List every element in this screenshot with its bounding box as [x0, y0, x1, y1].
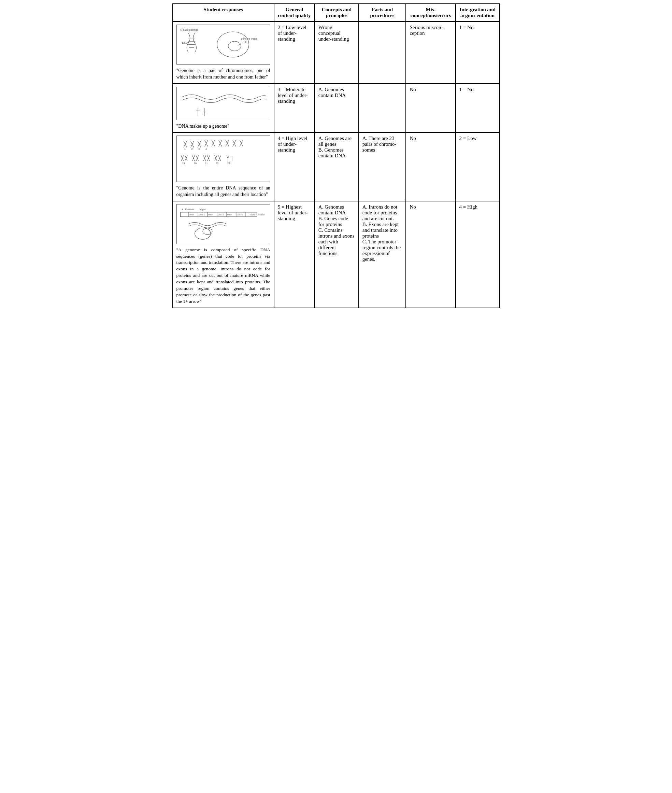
student-quote-2: "DNA makes up a genome": [176, 123, 270, 130]
header-general: General content quality: [274, 4, 315, 21]
table-row: 1 2 3 4: [173, 133, 500, 201]
svg-text:23: 23: [227, 162, 230, 165]
general-cell-2: 3 = Moderate level of under-standing: [274, 83, 315, 133]
svg-text:Gene 1: Gene 1: [198, 214, 205, 216]
svg-text:1: 1: [184, 148, 185, 151]
svg-text:genome inside: genome inside: [241, 37, 257, 40]
main-table: Student responses General content qualit…: [172, 3, 500, 308]
student-quote-3: "Genome is the entire DNA sequence of an…: [176, 185, 270, 198]
svg-point-5: [217, 32, 249, 57]
svg-text:Intron: Intron: [189, 214, 194, 216]
general-value-1: 2 = Low level of under-standing: [278, 24, 307, 42]
svg-text:3: 3: [198, 148, 199, 151]
student-drawing-4: 1+ Promoter region In: [176, 204, 270, 244]
student-drawing-3: 1 2 3 4: [176, 136, 270, 182]
header-misconceptions: Mis-conceptions/errors: [406, 4, 455, 21]
svg-point-80: [195, 228, 211, 240]
svg-text:N base pairings: N base pairings: [180, 28, 198, 31]
misconceptions-cell-2: No: [406, 83, 455, 133]
student-cell-4: 1+ Promoter region In: [173, 201, 274, 308]
integration-cell-2: 1 = No: [456, 83, 500, 133]
svg-text:DNA: DNA: [182, 41, 188, 44]
header-student: Student responses: [173, 4, 274, 21]
concepts-value-1: Wrong conceptual under-standing: [318, 24, 349, 42]
svg-line-57: [227, 155, 228, 159]
svg-text:region: region: [199, 208, 205, 211]
misconceptions-cell-3: No: [406, 133, 455, 201]
general-cell-3: 4 = High level of under-standing: [274, 133, 315, 201]
svg-text:21: 21: [205, 162, 208, 165]
table-row: 1+ Promoter region In: [173, 201, 500, 308]
general-value-2: 3 = Moderate level of under-standing: [278, 87, 308, 104]
header-concepts: Concepts and principles: [315, 4, 359, 21]
header-integration: Inte-gration and argum-entation: [456, 4, 500, 21]
misconceptions-value-1: Serious miscon-ception: [410, 24, 443, 36]
svg-text:cell: cell: [242, 41, 246, 44]
misconceptions-value-3: No: [410, 136, 416, 141]
student-cell-2: "DNA makes up a genome": [173, 83, 274, 133]
misconceptions-cell-1: Serious miscon-ception: [406, 21, 455, 83]
student-quote-4: "A genome is composed of specific DNA se…: [176, 247, 270, 305]
concepts-cell-4: A. Genomes contain DNAB. Genes code for …: [315, 201, 359, 308]
drawing-svg-3: 1 2 3 4: [179, 138, 268, 179]
misconceptions-value-4: No: [410, 204, 416, 210]
facts-cell-3: A. There are 23 pairs of chromo-somes: [359, 133, 406, 201]
concepts-cell-3: A. Genomes are all genesB. Genomes conta…: [315, 133, 359, 201]
general-cell-1: 2 = Low level of under-standing: [274, 21, 315, 83]
facts-cell-4: A. Introns do not code for proteins and …: [359, 201, 406, 308]
facts-cell-1: [359, 21, 406, 83]
integration-cell-4: 4 = High: [456, 201, 500, 308]
general-value-3: 4 = High level of under-standing: [278, 136, 307, 152]
svg-text:22: 22: [216, 162, 218, 165]
svg-text:Intron: Intron: [208, 214, 213, 216]
integration-value-2: 1 = No: [459, 87, 474, 92]
integration-value-4: 4 = High: [459, 204, 477, 210]
facts-cell-2: [359, 83, 406, 133]
concepts-cell-2: A. Genomes contain DNA: [315, 83, 359, 133]
svg-text:Intron: Intron: [227, 214, 232, 216]
drawing-svg-4: 1+ Promoter region In: [179, 207, 268, 242]
svg-text:20: 20: [194, 162, 196, 165]
student-drawing-1: N base pairings gen: [176, 24, 270, 64]
integration-value-1: 1 = No: [459, 24, 474, 30]
svg-point-6: [228, 41, 241, 51]
table-row: "DNA makes up a genome" 3 = Moderate lev…: [173, 83, 500, 133]
misconceptions-cell-4: No: [406, 201, 455, 308]
svg-line-58: [228, 155, 229, 159]
svg-text:2: 2: [191, 148, 192, 151]
misconceptions-value-2: No: [410, 87, 416, 92]
integration-cell-3: 2 = Low: [456, 133, 500, 201]
student-cell-3: 1 2 3 4: [173, 133, 274, 201]
svg-text:Gene 2: Gene 2: [218, 214, 224, 216]
student-quote-1: "Genome is a pair of chromosomes, one of…: [176, 67, 270, 80]
integration-value-3: 2 = Low: [459, 136, 477, 141]
table-row: N base pairings gen: [173, 21, 500, 83]
concepts-value-2: A. Genomes contain DNA: [318, 87, 346, 98]
svg-text:Gene 3: Gene 3: [237, 214, 243, 216]
svg-text:19: 19: [182, 162, 185, 165]
student-cell-1: N base pairings gen: [173, 21, 274, 83]
drawing-svg-1: N base pairings gen: [179, 27, 268, 62]
svg-text:... coding nucleotide: ... coding nucleotide: [248, 214, 264, 216]
header-facts: Facts and procedures: [359, 4, 406, 21]
svg-text:Promoter: Promoter: [185, 208, 195, 211]
concepts-cell-1: Wrong conceptual under-standing: [315, 21, 359, 83]
svg-text:1+: 1+: [180, 208, 183, 211]
svg-text:4: 4: [205, 148, 206, 151]
integration-cell-1: 1 = No: [456, 21, 500, 83]
drawing-svg-2: [179, 89, 268, 118]
general-cell-4: 5 = Highest level of under-standing: [274, 201, 315, 308]
general-value-4: 5 = Highest level of under-standing: [278, 204, 308, 221]
student-drawing-2: [176, 87, 270, 120]
